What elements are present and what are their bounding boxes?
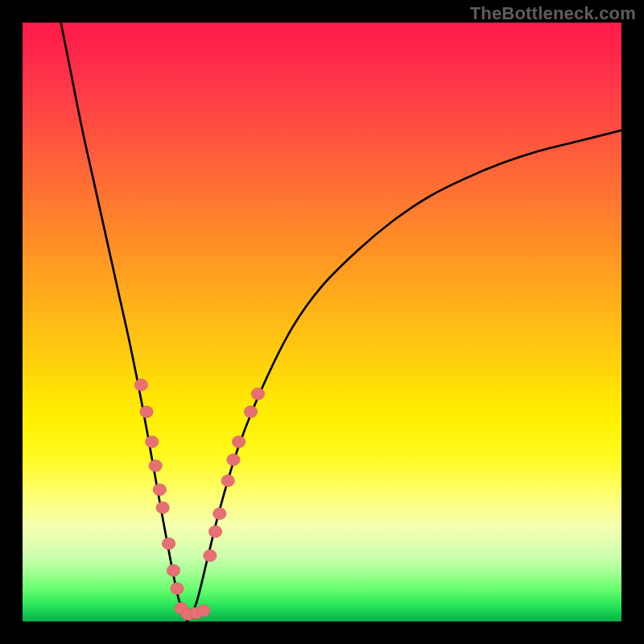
data-marker — [213, 508, 226, 520]
data-marker — [134, 379, 147, 391]
data-marker — [167, 564, 180, 576]
chart-container: TheBottleneck.com — [0, 0, 644, 644]
data-markers — [134, 379, 264, 621]
data-marker — [140, 406, 153, 418]
curve-svg — [23, 23, 621, 621]
data-marker — [171, 583, 184, 595]
watermark-text: TheBottleneck.com — [470, 3, 636, 24]
data-marker — [153, 484, 166, 496]
data-marker — [208, 526, 221, 538]
data-marker — [156, 502, 169, 514]
curve-right-branch — [188, 130, 621, 621]
data-marker — [232, 436, 245, 448]
data-marker — [204, 550, 217, 562]
data-marker — [227, 454, 240, 466]
data-marker — [149, 460, 162, 472]
data-marker — [244, 406, 257, 418]
data-marker — [251, 388, 264, 400]
data-marker — [146, 436, 159, 448]
curve-left-branch — [61, 23, 188, 621]
plot-area — [23, 23, 621, 621]
data-marker — [221, 475, 234, 487]
data-marker — [196, 605, 209, 617]
bottleneck-curve — [61, 23, 621, 621]
data-marker — [162, 538, 175, 550]
